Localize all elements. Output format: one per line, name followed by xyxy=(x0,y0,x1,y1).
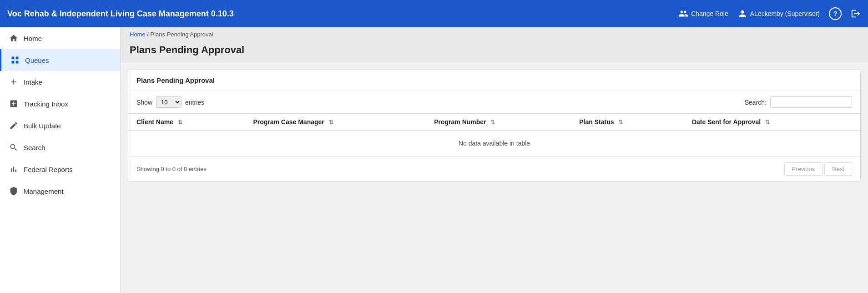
show-entries: Show 10 25 50 100 entries xyxy=(136,96,204,108)
previous-button[interactable]: Previous xyxy=(784,162,823,176)
pagination: Previous Next xyxy=(784,162,852,176)
sort-icon-ps: ⇅ xyxy=(618,119,623,126)
col-program-number[interactable]: Program Number ⇅ xyxy=(426,114,571,131)
sort-icon-pn: ⇅ xyxy=(490,119,495,126)
search-icon xyxy=(9,143,18,152)
col-date-sent[interactable]: Date Sent for Approval ⇅ xyxy=(684,114,860,131)
sidebar-label-home: Home xyxy=(24,35,42,42)
header-actions: Change Role ALeckemby (Supervisor) ? xyxy=(678,7,861,20)
col-client-name-label: Client Name xyxy=(136,118,173,126)
next-button[interactable]: Next xyxy=(824,162,852,176)
sidebar-label-tracking-inbox: Tracking Inbox xyxy=(24,100,68,108)
sidebar-item-management[interactable]: Management xyxy=(0,180,120,202)
breadcrumb-current: Plans Pending Approval xyxy=(151,31,213,38)
home-icon xyxy=(9,34,18,43)
sidebar-label-bulk-update: Bulk Update xyxy=(24,122,61,130)
sidebar-label-federal-reports: Federal Reports xyxy=(24,166,73,173)
col-ds-label: Date Sent for Approval xyxy=(692,118,761,126)
col-pcm-label: Program Case Manager xyxy=(253,118,324,126)
user-icon xyxy=(737,9,747,19)
sidebar-label-management: Management xyxy=(24,187,64,195)
main-content: Home / Plans Pending Approval Plans Pend… xyxy=(121,27,868,293)
sidebar-item-queues[interactable]: Queues xyxy=(0,49,120,71)
change-role-button[interactable]: Change Role xyxy=(678,9,728,19)
table-controls: Show 10 25 50 100 entries Search: xyxy=(128,91,860,113)
col-ps-label: Plan Status xyxy=(579,118,614,126)
data-table: Client Name ⇅ Program Case Manager ⇅ Pro… xyxy=(128,113,860,157)
no-data-row: No data available in table xyxy=(128,131,860,157)
help-icon: ? xyxy=(833,10,838,17)
change-role-label: Change Role xyxy=(691,10,728,17)
management-icon xyxy=(9,187,18,196)
col-pn-label: Program Number xyxy=(434,118,486,126)
col-client-name[interactable]: Client Name ⇅ xyxy=(128,114,245,131)
no-data-message: No data available in table xyxy=(128,131,860,157)
sort-icon-client-name: ⇅ xyxy=(178,119,182,126)
sidebar-item-federal-reports[interactable]: Federal Reports xyxy=(0,158,120,180)
change-role-icon xyxy=(678,9,688,19)
content-area: Plans Pending Approval Show 10 25 50 100… xyxy=(128,70,861,182)
show-label: Show xyxy=(136,99,152,106)
federal-reports-icon xyxy=(9,165,18,174)
breadcrumb: Home / Plans Pending Approval xyxy=(121,27,868,41)
sidebar-item-tracking-inbox[interactable]: Tracking Inbox xyxy=(0,93,120,115)
breadcrumb-home[interactable]: Home xyxy=(130,31,146,38)
user-button[interactable]: ALeckemby (Supervisor) xyxy=(737,9,820,19)
table-footer: Showing 0 to 0 of 0 entries Previous Nex… xyxy=(128,157,860,181)
queues-icon xyxy=(10,56,20,65)
col-program-case-manager[interactable]: Program Case Manager ⇅ xyxy=(245,114,426,131)
sidebar: Home Queues Intake Tracking Inbox Bulk U… xyxy=(0,27,121,293)
page-title: Plans Pending Approval xyxy=(121,41,868,62)
sidebar-item-intake[interactable]: Intake xyxy=(0,71,120,93)
intake-icon xyxy=(9,77,18,86)
entries-label: entries xyxy=(185,99,204,106)
app-header: Voc Rehab & Independent Living Case Mana… xyxy=(0,0,868,27)
section-title: Plans Pending Approval xyxy=(128,70,860,91)
help-button[interactable]: ? xyxy=(829,7,842,20)
breadcrumb-separator: / xyxy=(147,31,150,38)
search-label: Search: xyxy=(745,99,767,106)
sidebar-label-intake: Intake xyxy=(24,78,42,86)
bulk-update-icon xyxy=(9,121,18,130)
sidebar-item-search[interactable]: Search xyxy=(0,136,120,158)
sidebar-label-search: Search xyxy=(24,144,45,152)
sort-icon-pcm: ⇅ xyxy=(329,119,333,126)
layout: Home Queues Intake Tracking Inbox Bulk U… xyxy=(0,27,868,293)
sidebar-item-home[interactable]: Home xyxy=(0,27,120,49)
user-label: ALeckemby (Supervisor) xyxy=(750,10,820,17)
search-area: Search: xyxy=(745,96,852,108)
tracking-inbox-icon xyxy=(9,99,18,108)
search-input[interactable] xyxy=(770,96,852,108)
app-title: Voc Rehab & Independent Living Case Mana… xyxy=(7,9,234,19)
sidebar-label-queues: Queues xyxy=(25,56,49,64)
logout-button[interactable] xyxy=(851,9,861,19)
table-header-row: Client Name ⇅ Program Case Manager ⇅ Pro… xyxy=(128,114,860,131)
sidebar-item-bulk-update[interactable]: Bulk Update xyxy=(0,115,120,136)
entries-select[interactable]: 10 25 50 100 xyxy=(156,96,182,108)
logout-icon xyxy=(851,9,861,19)
showing-text: Showing 0 to 0 of 0 entries xyxy=(136,166,207,172)
sort-icon-ds: ⇅ xyxy=(765,119,770,126)
col-plan-status[interactable]: Plan Status ⇅ xyxy=(571,114,684,131)
